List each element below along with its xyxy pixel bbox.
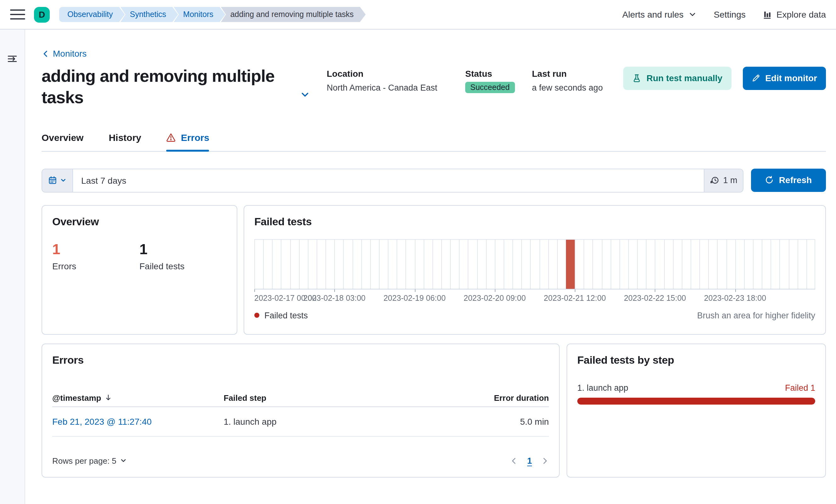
failed-tests-bars (254, 239, 815, 289)
run-test-label: Run test manually (647, 73, 722, 83)
failed-tests-count-label: Failed tests (139, 261, 227, 271)
settings-label: Settings (714, 9, 746, 20)
monitor-tabs: Overview History Errors (41, 132, 826, 151)
errors-count: 1 (52, 241, 139, 258)
breadcrumb-synthetics[interactable]: Synthetics (120, 7, 178, 22)
overview-panel-title: Overview (52, 215, 227, 228)
refresh-icon (765, 176, 774, 185)
beaker-icon (632, 73, 642, 83)
back-link-label: Monitors (53, 49, 87, 59)
errors-panel-title: Errors (52, 354, 549, 367)
refresh-button[interactable]: Refresh (751, 168, 826, 192)
alerts-and-rules-menu[interactable]: Alerts and rules (622, 9, 697, 20)
tab-errors[interactable]: Errors (167, 132, 209, 151)
refresh-interval-button[interactable]: 1 m (704, 169, 743, 192)
error-duration: 5.0 min (430, 416, 549, 426)
errors-count-label: Errors (52, 261, 139, 271)
avatar[interactable]: D (34, 6, 50, 22)
location-value: North America - Canada East (327, 83, 445, 92)
refresh-label: Refresh (779, 175, 812, 185)
collapsed-sidebar (0, 30, 25, 504)
rows-per-page-button[interactable]: Rows per page: 5 (52, 456, 127, 465)
column-header-failed-step: Failed step (224, 393, 430, 402)
run-test-manually-button[interactable]: Run test manually (623, 66, 731, 90)
date-picker-menu-button[interactable] (42, 169, 73, 192)
errors-table: @timestamp Failed step Error duration Fe… (52, 389, 549, 437)
failed-test-bar (566, 239, 575, 289)
explore-data-label: Explore data (777, 9, 826, 20)
error-failed-step: 1. launch app (224, 416, 430, 426)
edit-monitor-label: Edit monitor (765, 73, 817, 83)
last-run-label: Last run (532, 68, 612, 78)
failed-tests-plot[interactable] (254, 239, 815, 289)
failed-tests-panel: Failed tests 2023-02-17 00:002023-02-18 … (244, 205, 826, 334)
error-timestamp-link[interactable]: Feb 21, 2023 @ 11:27:40 (52, 416, 152, 426)
x-axis-tick-label: 2023-02-18 03:00 (303, 293, 365, 302)
page-number-1[interactable]: 1 (527, 456, 532, 465)
hamburger-menu-icon[interactable] (10, 9, 25, 20)
failed-by-step-panel-title: Failed tests by step (577, 354, 815, 367)
main-content: Monitors adding and removing multiple ta… (25, 30, 836, 477)
date-range-picker: Last 7 days 1 m (41, 168, 743, 192)
step-row: 1. launch app Failed 1 (577, 383, 815, 404)
pencil-icon (751, 74, 760, 82)
breadcrumb-observability[interactable]: Observability (59, 7, 125, 22)
step-progress-bar (577, 398, 815, 404)
tab-overview[interactable]: Overview (41, 132, 83, 151)
chevron-down-icon (60, 177, 67, 184)
sort-desc-icon (103, 393, 112, 402)
edit-monitor-button[interactable]: Edit monitor (742, 66, 826, 90)
timestamp-header-label: @timestamp (52, 393, 101, 402)
status-badge: Succeeded (465, 81, 515, 93)
tab-history[interactable]: History (109, 132, 141, 151)
page-title: adding and removing multiple tasks (41, 65, 293, 108)
x-axis-tick-label: 2023-02-21 12:00 (544, 293, 606, 302)
previous-page-chevron-left-icon[interactable] (510, 457, 518, 465)
refresh-interval-value: 1 m (723, 176, 737, 185)
breadcrumb-current-monitor: adding and removing multiple tasks (221, 7, 366, 22)
rows-per-page-label: Rows per page: 5 (52, 456, 116, 465)
step-progress-track (577, 398, 815, 404)
breadcrumb-monitors[interactable]: Monitors (174, 7, 225, 22)
legend-label: Failed tests (264, 311, 308, 320)
pagination: 1 (510, 456, 549, 465)
chevron-left-icon (41, 50, 50, 58)
failed-tests-by-step-panel: Failed tests by step 1. launch app Faile… (567, 343, 826, 477)
failed-tests-count: 1 (139, 241, 227, 258)
bar-chart-icon (763, 10, 772, 19)
monitor-select-chevron-down-icon[interactable] (300, 89, 310, 100)
tab-overview-label: Overview (41, 132, 83, 142)
brush-hint: Brush an area for higher fidelity (697, 311, 815, 320)
next-page-chevron-right-icon[interactable] (541, 457, 549, 465)
column-header-timestamp[interactable]: @timestamp (52, 393, 224, 402)
step-name: 1. launch app (577, 383, 628, 392)
calendar-icon (48, 176, 57, 185)
last-run-value: a few seconds ago (532, 83, 612, 92)
alerts-and-rules-label: Alerts and rules (622, 9, 684, 20)
step-failed-count: Failed 1 (785, 383, 815, 392)
explore-data-link[interactable]: Explore data (763, 9, 826, 20)
top-header: D Observability Synthetics Monitors addi… (0, 0, 836, 30)
date-range-value[interactable]: Last 7 days (73, 169, 704, 192)
x-axis-tick-label: 2023-02-19 06:00 (383, 293, 445, 302)
x-axis-tick-label: 2023-02-20 09:00 (464, 293, 526, 302)
status-label: Status (465, 68, 512, 78)
alert-icon (167, 133, 176, 142)
failed-tests-panel-title: Failed tests (254, 215, 815, 228)
table-row: Feb 21, 2023 @ 11:27:40 1. launch app 5.… (52, 407, 549, 437)
column-header-error-duration: Error duration (430, 393, 549, 402)
expand-menu-icon[interactable] (0, 54, 24, 64)
back-to-monitors-link[interactable]: Monitors (41, 49, 87, 59)
legend-item-failed-tests[interactable]: Failed tests (254, 311, 308, 320)
legend-dot (254, 313, 259, 318)
tab-history-label: History (109, 132, 141, 142)
overview-panel: Overview 1 Errors 1 Failed tests (41, 205, 237, 334)
failed-tests-xaxis: 2023-02-17 00:002023-02-18 03:002023-02-… (254, 289, 815, 304)
errors-panel: Errors @timestamp Failed step Error dura… (41, 343, 559, 477)
chevron-down-icon (120, 457, 127, 464)
settings-link[interactable]: Settings (714, 9, 746, 20)
monitor-meta: Location North America - Canada East Sta… (327, 65, 620, 93)
tab-errors-label: Errors (181, 132, 209, 142)
x-axis-tick-label: 2023-02-23 18:00 (704, 293, 766, 302)
breadcrumb: Observability Synthetics Monitors adding… (59, 7, 366, 22)
